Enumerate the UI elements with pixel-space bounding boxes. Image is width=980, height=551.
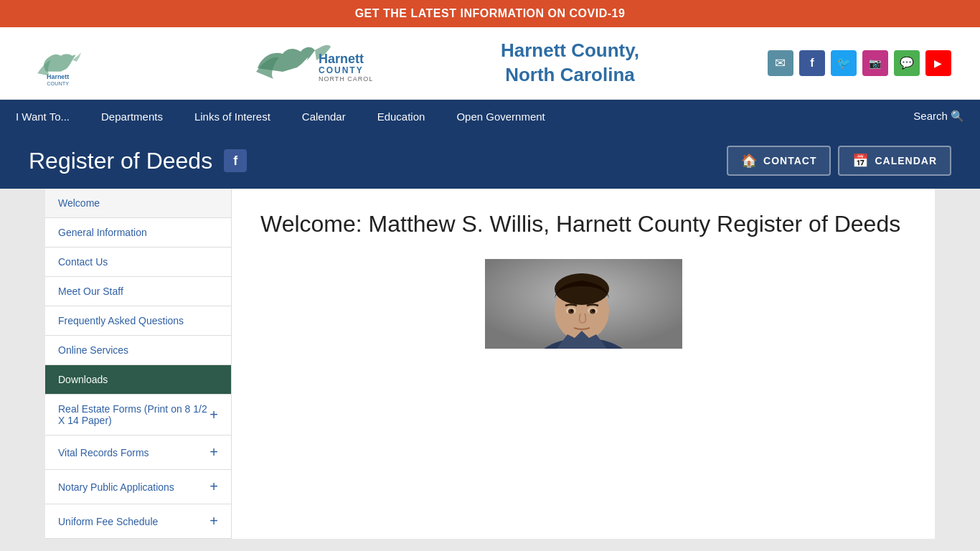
person-photo: [485, 259, 682, 349]
county-logo: Harnett COUNTY NORTH CAROLINA: [29, 39, 122, 86]
county-title: Harnett County, North Carolina: [501, 39, 639, 88]
main-navigation: I Want To... Departments Links of Intere…: [0, 100, 980, 133]
covid-link[interactable]: GET THE LATEST INFORMATION ON COVID-19: [355, 7, 626, 19]
expand-vital-records-icon: +: [209, 444, 218, 461]
svg-point-17: [592, 309, 595, 312]
nav-item-calendar[interactable]: Calendar: [286, 100, 362, 133]
sidebar-item-vital-records[interactable]: Vital Records Forms +: [45, 435, 231, 470]
sidebar-item-downloads[interactable]: Downloads: [45, 365, 231, 395]
expand-notary-icon: +: [209, 479, 218, 495]
sidebar-item-notary[interactable]: Notary Public Applications +: [45, 470, 231, 504]
nav-item-links[interactable]: Links of Interest: [179, 100, 286, 133]
welcome-heading: Welcome: Matthew S. Willis, Harnett Coun…: [260, 210, 906, 237]
expand-real-estate-icon: +: [209, 407, 218, 423]
nav-item-iwantto[interactable]: I Want To...: [0, 100, 85, 133]
svg-text:COUNTY: COUNTY: [319, 65, 364, 75]
photo-container: [260, 259, 906, 349]
sidebar-item-real-estate-forms[interactable]: Real Estate Forms (Print on 8 1/2 X 14 P…: [45, 395, 231, 435]
page-title: Register of Deeds: [29, 148, 212, 174]
email-social-icon[interactable]: ✉: [768, 50, 793, 76]
calendar-icon: 📅: [852, 153, 869, 169]
facebook-social-icon[interactable]: f: [799, 50, 825, 76]
svg-text:Harnett: Harnett: [319, 52, 364, 66]
contact-icon: 🏠: [741, 153, 758, 169]
contact-button[interactable]: 🏠 CONTACT: [727, 146, 831, 176]
instagram-social-icon[interactable]: 📷: [862, 50, 888, 76]
nav-item-departments[interactable]: Departments: [85, 100, 179, 133]
sidebar-item-welcome[interactable]: Welcome: [45, 189, 231, 218]
svg-text:Harnett: Harnett: [47, 73, 69, 80]
social-icons-area: ✉ f 🐦 📷 💬 ▶: [768, 50, 951, 76]
logo-container: Harnett COUNTY NORTH CAROLINA: [250, 36, 372, 90]
message-social-icon[interactable]: 💬: [894, 50, 920, 76]
nav-item-search[interactable]: Search 🔍: [897, 100, 980, 133]
site-header: Harnett COUNTY NORTH CAROLINA Harnett CO…: [0, 27, 980, 100]
sidebar: Welcome General Information Contact Us M…: [45, 189, 232, 539]
calendar-button[interactable]: 📅 CALENDAR: [838, 146, 951, 176]
logo-area: Harnett COUNTY NORTH CAROLINA: [29, 39, 122, 86]
page-header-bar: Register of Deeds f 🏠 CONTACT 📅 CALENDAR: [0, 133, 980, 189]
svg-text:NORTH CAROLINA: NORTH CAROLINA: [319, 75, 372, 83]
page-action-buttons: 🏠 CONTACT 📅 CALENDAR: [727, 146, 951, 176]
twitter-social-icon[interactable]: 🐦: [831, 50, 857, 76]
page-facebook-icon[interactable]: f: [224, 149, 247, 172]
page-title-area: Register of Deeds f: [29, 148, 247, 174]
sidebar-item-general-info[interactable]: General Information: [45, 218, 231, 248]
sidebar-item-meet-staff[interactable]: Meet Our Staff: [45, 277, 231, 306]
content-wrapper: Welcome General Information Contact Us M…: [45, 189, 935, 539]
expand-fee-schedule-icon: +: [209, 513, 218, 529]
sidebar-item-fee-schedule[interactable]: Uniform Fee Schedule +: [45, 504, 231, 539]
main-content-area: Welcome: Matthew S. Willis, Harnett Coun…: [232, 189, 935, 539]
svg-text:COUNTY: COUNTY: [47, 80, 69, 86]
nav-item-education[interactable]: Education: [362, 100, 441, 133]
sidebar-item-faq[interactable]: Frequently Asked Questions: [45, 306, 231, 336]
covid-banner[interactable]: GET THE LATEST INFORMATION ON COVID-19: [0, 0, 980, 27]
youtube-social-icon[interactable]: ▶: [925, 50, 951, 76]
county-logo-full: Harnett COUNTY NORTH CAROLINA: [250, 36, 372, 90]
sidebar-item-contact-us[interactable]: Contact Us: [45, 248, 231, 277]
sidebar-item-online-services[interactable]: Online Services: [45, 336, 231, 365]
svg-point-16: [570, 309, 573, 312]
nav-item-opengovt[interactable]: Open Government: [440, 100, 560, 133]
